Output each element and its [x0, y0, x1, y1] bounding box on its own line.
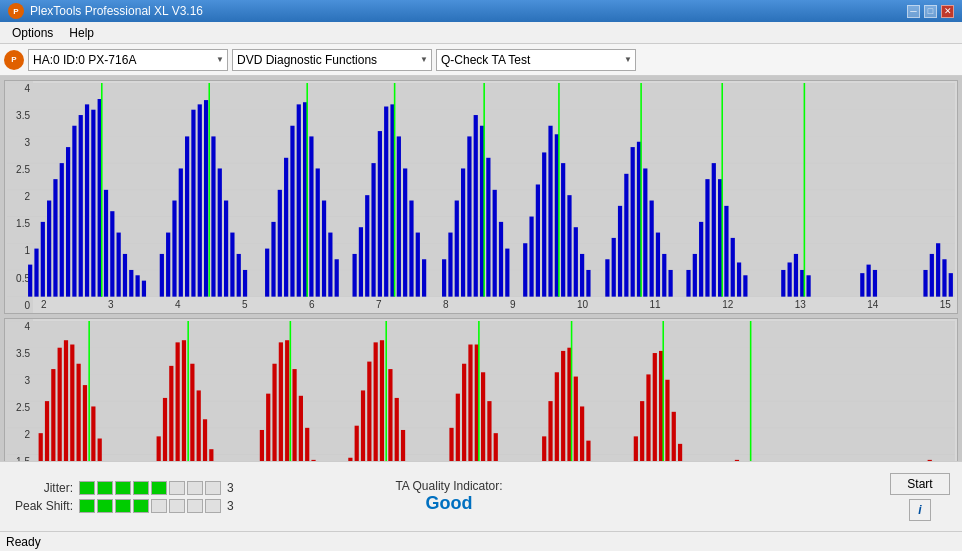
- svg-rect-114: [731, 238, 735, 297]
- svg-rect-143: [45, 401, 49, 461]
- svg-rect-82: [523, 243, 527, 296]
- svg-rect-195: [395, 398, 399, 461]
- svg-rect-218: [555, 372, 559, 461]
- svg-rect-147: [70, 344, 74, 461]
- app-logo: P: [8, 3, 24, 19]
- svg-rect-165: [190, 363, 194, 461]
- svg-rect-127: [930, 254, 934, 297]
- maximize-button[interactable]: □: [924, 5, 937, 18]
- svg-rect-219: [561, 351, 565, 461]
- test-select[interactable]: Q-Check TA Test: [436, 49, 636, 71]
- svg-rect-92: [580, 254, 584, 297]
- peak-shift-value: 3: [227, 499, 234, 513]
- svg-rect-161: [169, 366, 173, 461]
- svg-rect-245: [735, 460, 739, 461]
- svg-rect-29: [160, 254, 164, 297]
- svg-rect-98: [631, 147, 635, 297]
- svg-rect-210: [494, 433, 498, 461]
- x-label: 4: [175, 299, 181, 310]
- meter-seg-1: [79, 481, 95, 495]
- svg-rect-80: [499, 222, 503, 297]
- svg-rect-175: [266, 393, 270, 461]
- toolbar: P HA:0 ID:0 PX-716A ▼ DVD Diagnostic Fun…: [0, 44, 962, 76]
- jitter-meter: [79, 481, 221, 495]
- svg-rect-256: [928, 460, 932, 461]
- menu-options[interactable]: Options: [4, 24, 61, 42]
- meter-seg-6: [169, 481, 185, 495]
- meter-seg-2: [97, 499, 113, 513]
- svg-rect-176: [272, 363, 276, 461]
- x-label: 6: [309, 299, 315, 310]
- x-label: 10: [577, 299, 588, 310]
- svg-rect-196: [401, 430, 405, 461]
- minimize-button[interactable]: ─: [907, 5, 920, 18]
- svg-rect-113: [724, 206, 728, 297]
- info-button[interactable]: i: [909, 499, 931, 521]
- jitter-label: Jitter:: [8, 481, 73, 495]
- svg-rect-68: [416, 233, 420, 297]
- svg-rect-28: [142, 281, 146, 297]
- drive-icon: P: [4, 50, 24, 70]
- svg-rect-194: [388, 369, 392, 461]
- ta-quality-label: TA Quality Indicator:: [395, 479, 502, 493]
- x-label: 8: [443, 299, 449, 310]
- svg-rect-204: [462, 363, 466, 461]
- svg-rect-148: [77, 363, 81, 461]
- svg-rect-107: [693, 254, 697, 297]
- svg-rect-31: [172, 201, 176, 297]
- x-label: 11: [650, 299, 661, 310]
- menu-help[interactable]: Help: [61, 24, 102, 42]
- menu-bar: Options Help: [0, 22, 962, 44]
- svg-rect-70: [442, 259, 446, 296]
- bottom-panel: Jitter: 3 Peak Shift:: [0, 461, 962, 531]
- meter-seg-5: [151, 481, 167, 495]
- svg-rect-162: [176, 342, 180, 461]
- ta-quality-value: Good: [426, 493, 473, 514]
- svg-rect-86: [548, 126, 552, 297]
- svg-rect-90: [567, 195, 571, 296]
- svg-rect-10: [34, 249, 38, 297]
- svg-rect-122: [806, 275, 810, 296]
- svg-rect-216: [542, 436, 546, 461]
- svg-rect-236: [665, 379, 669, 461]
- svg-rect-151: [91, 406, 95, 461]
- svg-rect-180: [292, 369, 296, 461]
- svg-rect-128: [936, 243, 940, 296]
- svg-rect-182: [305, 427, 309, 461]
- svg-rect-178: [285, 340, 289, 461]
- svg-rect-54: [322, 201, 326, 297]
- svg-rect-168: [209, 449, 213, 461]
- top-x-labels: 2 3 4 5 6 7 8 9 10 11 12 13 14 15: [37, 299, 955, 310]
- svg-rect-203: [456, 393, 460, 461]
- svg-rect-223: [580, 406, 584, 461]
- svg-rect-47: [284, 158, 288, 297]
- svg-rect-166: [197, 390, 201, 461]
- x-label: 12: [722, 299, 733, 310]
- svg-rect-74: [467, 136, 471, 296]
- svg-rect-13: [53, 179, 57, 297]
- svg-rect-66: [403, 168, 407, 296]
- svg-rect-119: [794, 254, 798, 297]
- svg-rect-46: [278, 190, 282, 297]
- svg-rect-123: [860, 273, 864, 297]
- svg-rect-91: [574, 227, 578, 296]
- svg-rect-67: [409, 201, 413, 297]
- svg-rect-188: [355, 425, 359, 461]
- svg-rect-190: [367, 361, 371, 461]
- function-select[interactable]: DVD Diagnostic Functions: [232, 49, 432, 71]
- close-button[interactable]: ✕: [941, 5, 954, 18]
- top-chart: 4 3.5 3 2.5 2 1.5 1 0.5 0: [4, 80, 958, 314]
- svg-rect-224: [586, 440, 590, 461]
- svg-rect-65: [397, 136, 401, 296]
- drive-select[interactable]: HA:0 ID:0 PX-716A: [28, 49, 228, 71]
- svg-rect-191: [374, 342, 378, 461]
- start-section: Start i: [890, 473, 954, 521]
- svg-rect-115: [737, 262, 741, 296]
- x-label: 14: [867, 299, 878, 310]
- svg-rect-39: [218, 168, 222, 296]
- svg-rect-103: [656, 233, 660, 297]
- svg-rect-34: [191, 110, 195, 297]
- start-button[interactable]: Start: [890, 473, 950, 495]
- svg-rect-159: [157, 436, 161, 461]
- svg-rect-181: [299, 395, 303, 461]
